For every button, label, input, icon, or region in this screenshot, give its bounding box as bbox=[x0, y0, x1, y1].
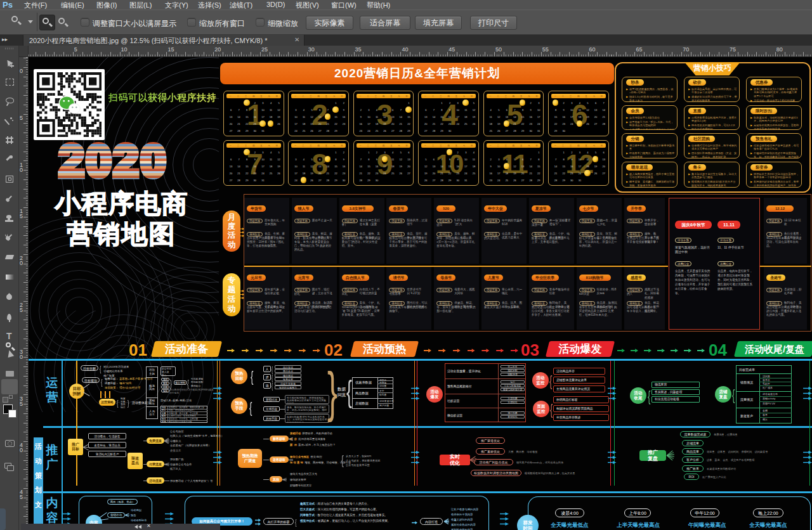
svg-text:2020: 2020 bbox=[59, 138, 168, 184]
